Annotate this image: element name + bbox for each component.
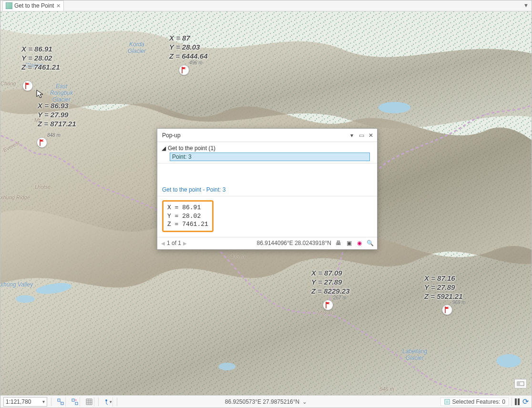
prev-feature-icon[interactable]: ◀	[161, 241, 165, 246]
popup-tree-group[interactable]: ◢ Get to the point (1)	[161, 145, 373, 152]
caret-down-icon: ◢	[161, 145, 166, 152]
popup-dock-icon[interactable]: ▭	[358, 132, 365, 139]
tabbar-menu-icon[interactable]: ▼	[523, 2, 529, 8]
app-window: Get to the Point ✕ ▼	[0, 0, 532, 408]
popup-tree-spacer	[157, 163, 377, 184]
point-xyz-label: X = 87 Y = 28.03 Z = 6444.64	[169, 34, 207, 61]
selected-features-count: 0	[502, 398, 505, 405]
point-flag-marker[interactable]	[442, 305, 452, 315]
map-place-label: Makalu	[317, 310, 334, 316]
elevation-label: 267 m	[333, 295, 347, 300]
popup-feature-tree: ◢ Get to the point (1) Point: 3	[157, 142, 377, 163]
svg-point-8	[16, 295, 35, 303]
elevation-label: 969 m	[452, 300, 466, 305]
constraint-tool-1[interactable]	[55, 397, 66, 407]
point-flag-marker[interactable]	[323, 300, 333, 310]
svg-rect-13	[61, 402, 63, 405]
map-place-label: Labeilang Glacier	[402, 348, 427, 361]
popup-menu-icon[interactable]: ▾	[348, 132, 355, 139]
mouse-cursor-icon	[36, 89, 44, 99]
svg-line-14	[60, 401, 61, 402]
popup-panel: Pop-up ▾ ▭ ✕ ◢ Get to the point (1) Poin…	[157, 128, 378, 250]
svg-point-18	[105, 399, 107, 401]
next-feature-icon[interactable]: ▶	[183, 241, 187, 246]
scale-value: 1:121,780	[6, 398, 31, 405]
point-flag-marker[interactable]	[22, 81, 33, 91]
status-bar: 1:121,780 ▾ + ▾ 86.9250573°E 27.9875216°…	[0, 395, 532, 408]
cursor-coord-text: 86.9250573°E 27.9875216°N	[225, 398, 299, 405]
svg-rect-16	[75, 402, 78, 405]
point-xyz-label: X = 87.09 Y = 27.89 Z = 8229.23	[311, 269, 349, 296]
map-place-label: Korda Glacier	[128, 41, 146, 54]
project-tab-bar: Get to the Point ✕ ▼	[0, 0, 532, 11]
popup-header[interactable]: Pop-up ▾ ▭ ✕	[157, 129, 377, 142]
target-icon[interactable]: ◉	[356, 240, 363, 246]
constraint-tool-2[interactable]: +	[70, 397, 80, 407]
svg-rect-12	[58, 399, 60, 401]
selected-features-label: Selected Features:	[452, 398, 501, 405]
point-flag-marker[interactable]	[37, 137, 47, 148]
popup-y-line: Y = 28.02	[167, 212, 208, 221]
map-icon	[6, 2, 12, 9]
point-xyz-label: X = 86.93 Y = 27.99 Z = 8717.21	[38, 102, 76, 128]
map-place-label: 405 m	[230, 254, 245, 259]
popup-close-icon[interactable]: ✕	[368, 132, 374, 139]
map-place-label: Lhotse	[35, 184, 51, 190]
map-tab-title: Get to the Point	[14, 2, 54, 9]
map-place-label: xhung Valley	[0, 281, 33, 288]
map-tab[interactable]: Get to the Point ✕	[2, 0, 64, 11]
popup-x-line: X = 86.91	[167, 204, 208, 212]
svg-rect-15	[72, 399, 74, 401]
select-icon[interactable]: ▣	[346, 240, 352, 246]
map-scale-input[interactable]: 1:121,780 ▾	[3, 397, 47, 407]
popup-coord: 86.9144096°E 28.0243918°N	[257, 240, 331, 246]
refresh-button[interactable]: ⟳	[522, 397, 529, 406]
popup-subtitle: Get to the point - Point: 3	[157, 184, 377, 196]
status-cursor-coord: 86.9250573°E 27.9875216°N ⌄	[225, 398, 307, 405]
svg-rect-20	[446, 400, 449, 403]
popup-nav-text: 1 of 1	[167, 240, 181, 246]
find-icon[interactable]: 🔍	[367, 240, 373, 246]
popup-nav: ◀ 1 of 1 ▶	[161, 240, 187, 246]
map-place-label: 546 m	[379, 386, 394, 392]
popup-footer: ◀ 1 of 1 ▶ 86.9144096°E 28.0243918°N 🖶 ▣…	[157, 237, 377, 249]
elevation-label: 496 m	[189, 60, 203, 65]
popup-tree-selected[interactable]: Point: 3	[170, 153, 370, 161]
svg-text:+: +	[75, 398, 77, 402]
print-icon[interactable]: 🖶	[335, 240, 342, 246]
popup-xyz-highlight: X = 86.91 Y = 28.02 Z = 7461.21	[162, 200, 214, 232]
pause-drawing-button[interactable]	[515, 398, 520, 405]
popup-body: X = 86.91 Y = 28.02 Z = 7461.21	[157, 196, 377, 237]
snap-tool[interactable]: ▾	[102, 397, 113, 407]
grid-tool[interactable]	[84, 397, 94, 407]
svg-point-6	[496, 354, 521, 367]
popup-z-line: Z = 7461.21	[167, 220, 208, 229]
popup-tree-header: Get to the point (1)	[168, 145, 215, 152]
popup-title: Pop-up	[162, 132, 181, 139]
svg-rect-11	[517, 382, 520, 386]
point-xyz-label: X = 87.16 Y = 27.89 Z = 5921.21	[424, 274, 462, 301]
coord-format-chevron-icon[interactable]: ⌄	[302, 398, 307, 405]
map-place-label: East Rongbuk Glacier	[50, 83, 73, 103]
point-flag-marker[interactable]	[179, 65, 189, 75]
svg-point-5	[379, 102, 411, 113]
elevation-label: 848 m	[47, 133, 61, 138]
chevron-down-icon: ▾	[42, 399, 45, 404]
map-place-label: Chang	[0, 81, 16, 86]
map-place-label: xhung Ridge	[0, 194, 30, 200]
selection-icon	[444, 398, 450, 405]
popup-tool-icons: 🖶 ▣ ◉ 🔍	[335, 240, 373, 246]
svg-point-9	[218, 363, 235, 370]
selected-features-readout[interactable]: Selected Features: 0	[440, 398, 509, 406]
snapping-toggle[interactable]	[514, 379, 527, 388]
popup-window-buttons: ▾ ▭ ✕	[348, 132, 374, 139]
point-xyz-label: X = 86.91 Y = 28.02 Z = 7461.21	[21, 45, 60, 71]
map-view[interactable]: Korda GlacierChangGlacierEast Rongbuk Gl…	[0, 11, 532, 395]
close-tab-icon[interactable]: ✕	[56, 3, 61, 8]
